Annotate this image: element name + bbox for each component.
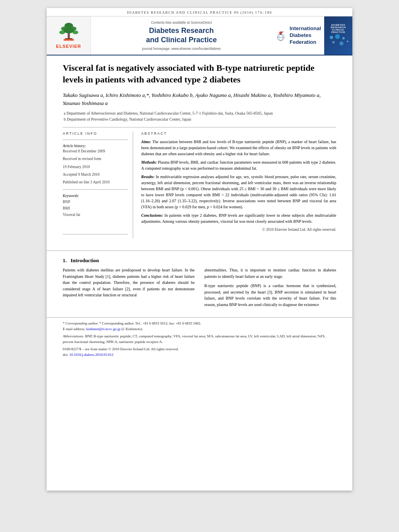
corresponding-label: * Corresponding author.	[63, 321, 99, 325]
intro-col-2: abnormalities. Thus, it is important to …	[204, 267, 336, 311]
body-section: 1. Introduction Patients with diabetes m…	[47, 251, 352, 317]
doi-line: doi: 10.1016/j.diabres.2010.03.012	[63, 352, 336, 358]
abbreviations-text: BNP, B-type natriuretic peptide; CT, com…	[63, 334, 325, 344]
published-date: Published on line 3 April 2010	[63, 180, 128, 185]
intro-p1: Patients with diabetes mellitus are pred…	[63, 267, 195, 298]
footnotes: * Corresponding author. * Corresponding …	[47, 317, 352, 362]
methods-text: Plasma BNP levels, BMI, and cardiac func…	[141, 160, 336, 170]
email-person: (I. Kishimoto).	[121, 327, 143, 331]
abstract-block: ABSTRACT Aims: The association between B…	[141, 131, 336, 238]
affiliations: a Department of Atherosclerosis and Diab…	[63, 110, 336, 122]
keyword-2: BMI	[63, 205, 128, 212]
conclusions-label: Conclusions:	[141, 213, 163, 218]
divider-1	[63, 127, 336, 127]
svg-point-17	[339, 41, 343, 45]
abstract-text: Aims: The association between BMI and lo…	[141, 139, 336, 224]
contents-line: Contents lists available at ScienceDirec…	[151, 21, 212, 25]
info-divider-3	[63, 234, 128, 234]
svg-point-5	[64, 27, 74, 33]
aims-text: The association between BMI and low leve…	[141, 140, 336, 156]
article-info-title: ARTICLE INFO	[63, 131, 128, 136]
aims-paragraph: Aims: The association between BMI and lo…	[141, 139, 336, 157]
svg-point-13	[330, 36, 333, 39]
authors: Takako Sugisawa a, Ichiro Kishimoto a,*,…	[63, 91, 336, 107]
email-link[interactable]: kishimot@ri.ncvc.go.jp	[86, 327, 120, 331]
email-label: E-mail address:	[63, 327, 85, 331]
journal-homepage: journal homepage: www.elsevier.com/locat…	[142, 47, 221, 51]
intro-p2: abnormalities. Thus, it is important to …	[204, 267, 336, 279]
svg-point-18	[347, 41, 348, 42]
results-label: Results:	[141, 175, 154, 179]
abbreviations-label: Abbreviations:	[63, 334, 84, 338]
keyword-1: BNP	[63, 199, 128, 205]
info-abstract-section: ARTICLE INFO Article history: Received 8…	[63, 131, 336, 238]
copyright: © 2010 Elsevier Ireland Ltd. All rights …	[141, 228, 336, 232]
article-title: Visceral fat is negatively associated wi…	[63, 62, 336, 86]
page: DIABETES RESEARCH AND CLINICAL PRACTICE …	[47, 8, 352, 491]
methods-paragraph: Methods: Plasma BNP levels, BMI, and car…	[141, 159, 336, 171]
cover-decoration-icon	[327, 33, 350, 47]
elsevier-tree-icon	[57, 22, 81, 42]
authors-text: Takako Sugisawa a, Ichiro Kishimoto a,*,…	[63, 92, 321, 106]
corresponding-author: * Corresponding author. * Corresponding …	[63, 321, 336, 327]
svg-point-14	[335, 34, 340, 39]
intro-p3: B-type natriuretic peptide (BNP) is a ca…	[204, 283, 336, 308]
results-text: In multivariable regression analyses adj…	[141, 175, 336, 209]
introduction-heading: 1. Introduction	[63, 257, 336, 264]
svg-point-15	[342, 37, 345, 39]
keyword-3: Visceral fat	[63, 212, 128, 218]
drcp-cover-thumbnail: DIABETESRESEARCHCLINICALPRACTICE	[324, 16, 352, 55]
journal-bar: DIABETES RESEARCH AND CLINICAL PRACTICE …	[47, 8, 352, 16]
abstract-title: ABSTRACT	[141, 131, 336, 136]
results-paragraph: Results: In multivariable regression ana…	[141, 174, 336, 210]
received-revised-date: 19 February 2010	[63, 164, 128, 170]
svg-point-16	[332, 41, 335, 43]
drcp-cover-text: DIABETESRESEARCHCLINICALPRACTICE	[331, 24, 346, 33]
intro-col1-text: Patients with diabetes mellitus are pred…	[63, 267, 195, 298]
email-line: E-mail address: kishimot@ri.ncvc.go.jp (…	[63, 327, 336, 332]
info-divider-1	[63, 140, 128, 140]
history-label: Article history:	[63, 144, 128, 148]
keywords-label: Keywords:	[63, 194, 128, 198]
idf-text: International Diabetes Federation	[290, 25, 321, 46]
abbreviations-line: Abbreviations: BNP, B-type natriuretic p…	[63, 334, 336, 345]
aims-label: Aims:	[141, 140, 151, 144]
received-date: Received 8 December 2009	[63, 149, 128, 154]
article-info-block: ARTICLE INFO Article history: Received 8…	[63, 131, 133, 238]
introduction-columns: Patients with diabetes mellitus are pred…	[63, 267, 336, 311]
journal-title-block: Contents lists available at ScienceDirec…	[91, 16, 272, 55]
intro-col-1: Patients with diabetes mellitus are pred…	[63, 267, 195, 311]
header-logos: ELSEVIER Contents lists available at Sci…	[47, 16, 352, 55]
intro-col2-text: abnormalities. Thus, it is important to …	[204, 267, 336, 308]
conclusions-paragraph: Conclusions: In patients with type 2 dia…	[141, 212, 336, 224]
received-revised-label: Received in revised form	[63, 156, 128, 162]
affiliation-b: b Department of Preventive Cardiology, N…	[63, 116, 336, 122]
info-divider-2	[63, 189, 128, 190]
accepted-date: Accepted 9 March 2010	[63, 172, 128, 177]
svg-rect-6	[68, 33, 70, 39]
elsevier-logo-block: ELSEVIER	[47, 16, 91, 55]
main-content: Visceral fat is negatively associated wi…	[47, 55, 352, 246]
elsevier-label: ELSEVIER	[56, 44, 81, 49]
journal-name: Diabetes Research and Clinical Practice	[146, 26, 217, 45]
conclusions-text: In patients with type 2 diabetes, BNP le…	[141, 213, 336, 224]
corresponding-contact: * Corresponding author. Tel.: +81 6 6833…	[99, 321, 202, 325]
journal-citation: DIABETES RESEARCH AND CLINICAL PRACTICE …	[127, 10, 272, 14]
doi-link[interactable]: 10.1016/j.diabres.2010.03.012	[69, 353, 113, 357]
affiliation-a: a Department of Atherosclerosis and Diab…	[63, 110, 336, 116]
methods-label: Methods:	[141, 160, 157, 164]
idf-block: International Diabetes Federation	[272, 16, 324, 55]
svg-rect-8	[64, 39, 74, 41]
issn-line: 0168-8227/$ – see front matter © 2010 El…	[63, 347, 336, 352]
svg-point-12	[280, 34, 282, 35]
keywords-list: BNP BMI Visceral fat	[63, 199, 128, 218]
doi-label: doi:	[63, 353, 68, 357]
idf-logo-icon	[275, 23, 286, 47]
